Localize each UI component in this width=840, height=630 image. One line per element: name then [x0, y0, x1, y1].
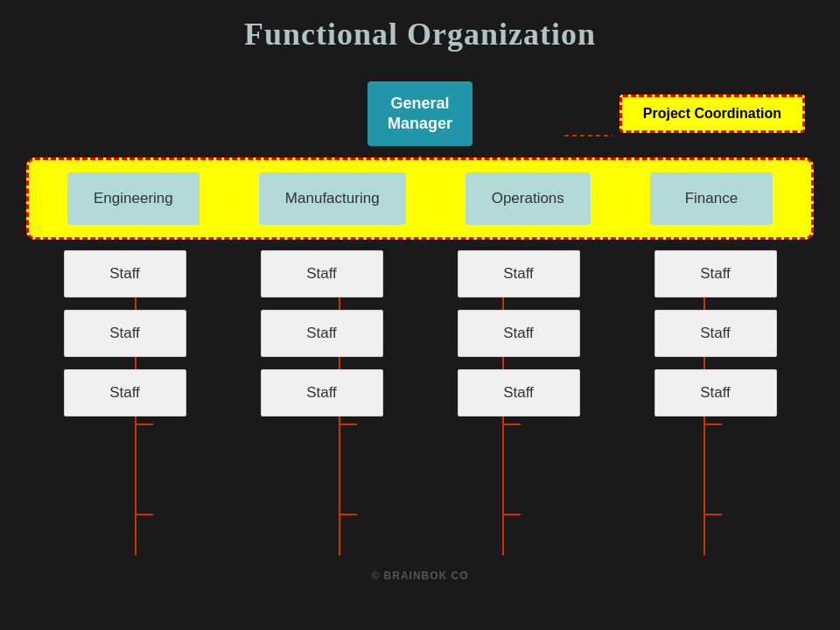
operations-staff-3: Staff: [458, 369, 580, 416]
engineering-staff-col: Staff Staff Staff: [64, 250, 186, 416]
chart-container: Functional Organization: [0, 0, 840, 630]
page-title: Functional Organization: [244, 16, 596, 52]
manufacturing-staff-3: Staff: [261, 369, 383, 416]
watermark: © BRAINBOK CO: [371, 570, 468, 582]
project-coordination-box: Project Coordination: [620, 94, 805, 133]
operations-staff-1: Staff: [458, 250, 580, 298]
dept-operations: Operations: [466, 172, 591, 225]
engineering-staff-3: Staff: [64, 369, 186, 416]
staff-section: Staff Staff Staff Staff Staff Staff Staf…: [26, 250, 814, 416]
departments-band: Engineering Manufacturing Operations Fin…: [26, 158, 814, 240]
general-manager-box: GeneralManager: [368, 81, 472, 147]
manufacturing-staff-2: Staff: [261, 310, 383, 357]
finance-staff-1: Staff: [654, 250, 777, 298]
finance-staff-2: Staff: [654, 310, 777, 357]
engineering-staff-2: Staff: [64, 310, 186, 357]
operations-staff-col: Staff Staff Staff: [458, 250, 580, 416]
dept-engineering: Engineering: [67, 172, 200, 225]
dept-manufacturing: Manufacturing: [259, 172, 406, 225]
top-row: GeneralManager Project Coordination: [0, 70, 840, 158]
finance-staff-col: Staff Staff Staff: [654, 250, 777, 416]
manufacturing-staff-1: Staff: [261, 250, 383, 298]
dept-finance: Finance: [650, 172, 773, 225]
engineering-staff-1: Staff: [64, 250, 186, 298]
manufacturing-staff-col: Staff Staff Staff: [261, 250, 383, 416]
finance-staff-3: Staff: [654, 369, 777, 416]
operations-staff-2: Staff: [458, 310, 580, 357]
